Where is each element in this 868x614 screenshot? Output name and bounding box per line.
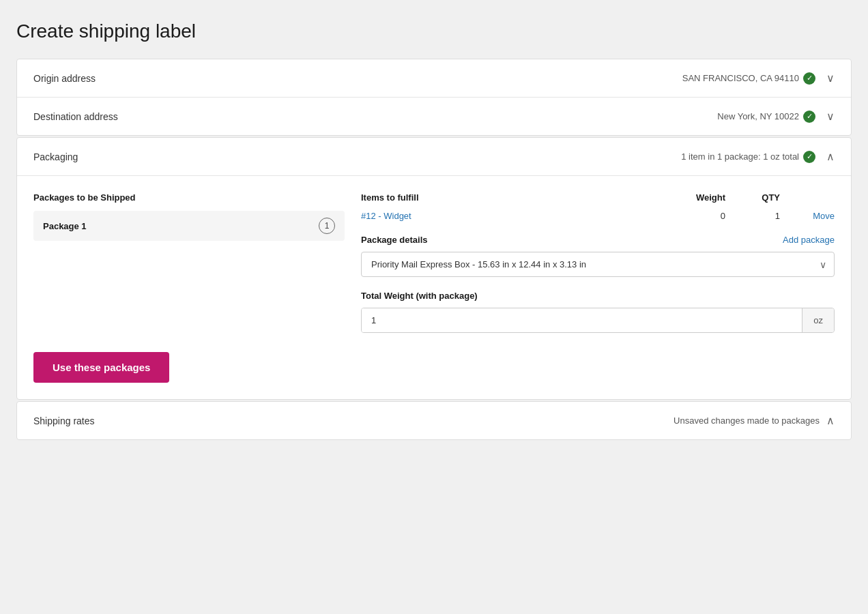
origin-address-label: Origin address	[33, 73, 96, 84]
packages-column: Packages to be Shipped Package 1 1	[33, 192, 361, 333]
origin-address-status: SAN FRANCISCO, CA 94110 ✓	[682, 72, 815, 85]
origin-address-card: Origin address SAN FRANCISCO, CA 94110 ✓…	[16, 59, 852, 136]
destination-address-status: New York, NY 10022 ✓	[717, 111, 815, 123]
item-move-button[interactable]: Move	[780, 211, 835, 221]
page-container: Create shipping label Origin address SAN…	[0, 0, 868, 614]
destination-address-label: Destination address	[33, 111, 118, 122]
packaging-check-icon: ✓	[803, 151, 815, 163]
items-fulfill-header: Items to fulfill	[361, 192, 657, 203]
packages-column-header: Packages to be Shipped	[33, 192, 345, 203]
package-type-select[interactable]: Priority Mail Express Box - 15.63 in x 1…	[361, 252, 835, 277]
packaging-card: Packaging 1 item in 1 package: 1 oz tota…	[16, 137, 852, 400]
destination-address-right: New York, NY 10022 ✓ ∨	[717, 110, 835, 123]
shipping-rates-right: Unsaved changes made to packages ∧	[674, 414, 835, 427]
package-details-label: Package details	[361, 235, 428, 245]
packaging-label: Packaging	[33, 151, 78, 162]
use-packages-button[interactable]: Use these packages	[33, 352, 169, 383]
shipping-rates-header[interactable]: Shipping rates Unsaved changes made to p…	[17, 402, 851, 439]
item-link[interactable]: #12 - Widget	[361, 211, 657, 221]
package-details-section: Package details Add package Priority Mai…	[361, 235, 835, 277]
shipping-rates-label: Shipping rates	[33, 415, 95, 426]
origin-address-chevron-icon: ∨	[826, 72, 835, 85]
items-column: Items to fulfill Weight QTY #12 - Widget…	[361, 192, 835, 333]
package-type-select-wrapper: Priority Mail Express Box - 15.63 in x 1…	[361, 252, 835, 277]
packaging-header[interactable]: Packaging 1 item in 1 package: 1 oz tota…	[17, 138, 851, 176]
packaging-chevron-up-icon: ∧	[826, 150, 835, 163]
weight-input[interactable]	[362, 308, 802, 332]
origin-address-right: SAN FRANCISCO, CA 94110 ✓ ∨	[682, 72, 835, 85]
destination-address-chevron-icon: ∨	[826, 110, 835, 123]
package-1-item: Package 1 1	[33, 211, 345, 241]
add-package-link[interactable]: Add package	[783, 235, 835, 245]
item-row: #12 - Widget 0 1 Move	[361, 211, 835, 221]
items-header-row: Items to fulfill Weight QTY	[361, 192, 835, 203]
total-weight-label: Total Weight (with package)	[361, 291, 835, 301]
origin-address-check-icon: ✓	[803, 72, 815, 85]
item-weight: 0	[657, 211, 725, 221]
destination-address-text: New York, NY 10022	[717, 111, 799, 121]
move-header	[780, 192, 835, 203]
page-title: Create shipping label	[16, 14, 852, 42]
weight-header: Weight	[657, 192, 725, 203]
packaging-columns: Packages to be Shipped Package 1 1 Items…	[33, 192, 835, 333]
packaging-body: Packages to be Shipped Package 1 1 Items…	[17, 176, 851, 399]
shipping-rates-status: Unsaved changes made to packages	[674, 415, 820, 426]
destination-address-row[interactable]: Destination address New York, NY 10022 ✓…	[17, 98, 851, 135]
shipping-rates-card: Shipping rates Unsaved changes made to p…	[16, 401, 852, 440]
weight-unit-label: oz	[802, 308, 834, 332]
packaging-summary: 1 item in 1 package: 1 oz total	[681, 151, 799, 162]
origin-address-text: SAN FRANCISCO, CA 94110	[682, 73, 799, 83]
destination-address-check-icon: ✓	[803, 111, 815, 123]
weight-input-row: oz	[361, 308, 835, 333]
package-details-header: Package details Add package	[361, 235, 835, 245]
origin-address-row[interactable]: Origin address SAN FRANCISCO, CA 94110 ✓…	[17, 59, 851, 98]
package-1-badge: 1	[319, 218, 335, 234]
packaging-status: 1 item in 1 package: 1 oz total ✓	[681, 151, 815, 163]
shipping-rates-chevron-icon: ∧	[826, 414, 835, 427]
package-1-name: Package 1	[43, 221, 87, 231]
packaging-header-right: 1 item in 1 package: 1 oz total ✓ ∧	[681, 150, 835, 163]
item-qty: 1	[725, 211, 780, 221]
weight-section: Total Weight (with package) oz	[361, 291, 835, 333]
qty-header: QTY	[725, 192, 780, 203]
